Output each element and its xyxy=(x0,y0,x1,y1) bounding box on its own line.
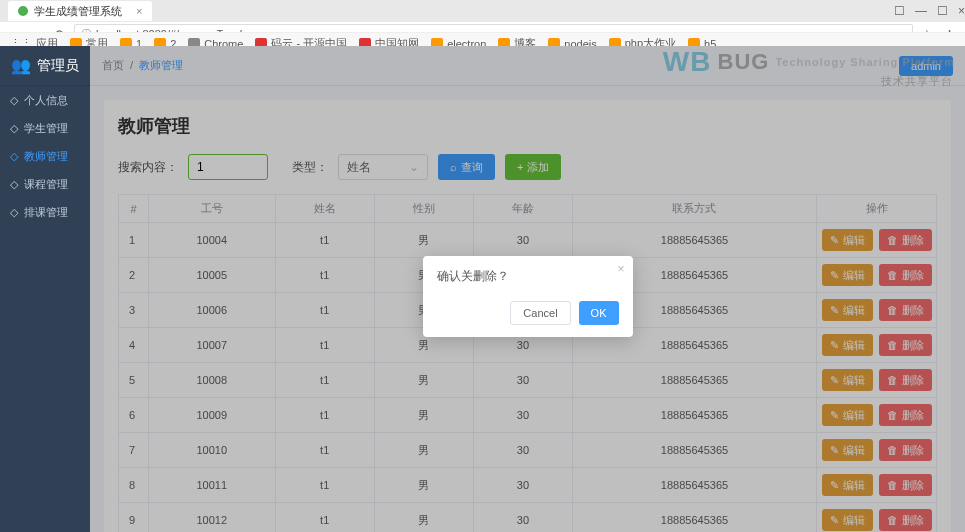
tab-title: 学生成绩管理系统 xyxy=(34,4,122,19)
tab-close-icon[interactable]: × xyxy=(136,5,142,17)
main-area: WB BUG Technology Sharing Platform 技术共享平… xyxy=(90,46,965,532)
sidebar-item-4[interactable]: ◇排课管理 xyxy=(0,198,90,226)
sidebar-item-3[interactable]: ◇课程管理 xyxy=(0,170,90,198)
confirm-dialog: × 确认关删除？ Cancel OK xyxy=(423,256,633,337)
tab-bar: 学生成绩管理系统 × ☐ — ☐ × xyxy=(0,0,965,22)
newtab-icon[interactable]: ☐ xyxy=(894,4,905,18)
browser-tab[interactable]: 学生成绩管理系统 × xyxy=(8,1,152,21)
list-icon: ◇ xyxy=(10,178,18,191)
ok-button[interactable]: OK xyxy=(579,301,619,325)
sidebar: 👥 管理员 ◇个人信息◇学生管理◇教师管理◇课程管理◇排课管理 xyxy=(0,46,90,532)
user-icon: ◇ xyxy=(10,150,18,163)
sidebar-item-1[interactable]: ◇学生管理 xyxy=(0,114,90,142)
favicon xyxy=(18,6,28,16)
sidebar-item-label: 课程管理 xyxy=(24,177,68,192)
list-icon: ◇ xyxy=(10,206,18,219)
cancel-button[interactable]: Cancel xyxy=(510,301,570,325)
sidebar-item-label: 个人信息 xyxy=(24,93,68,108)
app-root: 👥 管理员 ◇个人信息◇学生管理◇教师管理◇课程管理◇排课管理 WB BUG T… xyxy=(0,46,965,532)
sidebar-item-label: 学生管理 xyxy=(24,121,68,136)
minimize-icon[interactable]: — xyxy=(915,4,927,18)
sidebar-item-label: 教师管理 xyxy=(24,149,68,164)
modal-overlay[interactable]: × 确认关删除？ Cancel OK xyxy=(90,46,965,532)
users-icon: 👥 xyxy=(11,56,31,75)
user-icon: ◇ xyxy=(10,122,18,135)
sidebar-header: 👥 管理员 xyxy=(0,46,90,86)
close-window-icon[interactable]: × xyxy=(958,4,965,18)
window-controls: ☐ — ☐ × xyxy=(894,4,965,18)
dialog-message: 确认关删除？ xyxy=(437,268,619,285)
dialog-close-icon[interactable]: × xyxy=(617,262,624,276)
user-icon: ◇ xyxy=(10,94,18,107)
sidebar-item-2[interactable]: ◇教师管理 xyxy=(0,142,90,170)
sidebar-title: 管理员 xyxy=(37,57,79,75)
maximize-icon[interactable]: ☐ xyxy=(937,4,948,18)
sidebar-item-0[interactable]: ◇个人信息 xyxy=(0,86,90,114)
sidebar-item-label: 排课管理 xyxy=(24,205,68,220)
